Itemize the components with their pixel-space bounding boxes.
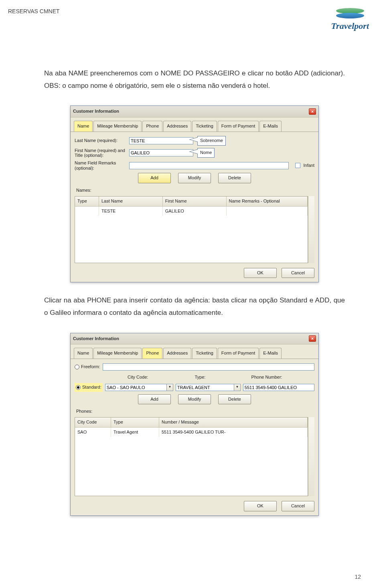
delete-button[interactable]: Delete xyxy=(218,394,251,405)
tab-emails[interactable]: E-Mails xyxy=(259,348,282,359)
remarks-input[interactable] xyxy=(129,162,289,169)
phones-grid[interactable]: City Code Type Number / Message SAO Trav… xyxy=(75,417,308,496)
tab-name[interactable]: Name xyxy=(74,121,93,132)
label-standard: Standard: xyxy=(82,385,101,389)
phonenum-input[interactable] xyxy=(243,384,314,391)
col-type: Type xyxy=(75,197,99,207)
ok-button[interactable]: OK xyxy=(244,268,277,278)
label-lastname: Last Name (required): xyxy=(75,137,127,145)
add-button[interactable]: Add xyxy=(138,394,171,405)
close-icon[interactable]: × xyxy=(309,108,316,115)
chevron-down-icon[interactable]: ▼ xyxy=(234,384,241,391)
ok-button[interactable]: OK xyxy=(244,501,277,511)
freeform-input[interactable] xyxy=(103,363,314,371)
travelport-logo: Travelport xyxy=(331,8,369,31)
col-first: First Name xyxy=(163,197,227,207)
infant-checkbox[interactable] xyxy=(295,163,300,168)
customer-info-window-name: Customer Information × Name Mileage Memb… xyxy=(70,105,319,282)
doc-header-title: RESERVAS CMNET xyxy=(8,8,60,14)
citycode-input[interactable] xyxy=(105,384,167,391)
delete-button[interactable]: Delete xyxy=(218,173,251,183)
radio-freeform[interactable]: Freeform: xyxy=(75,363,100,371)
tab-phone[interactable]: Phone xyxy=(142,348,162,359)
tabstrip: Name Mileage Membership Phone Addresses … xyxy=(71,345,318,359)
logo-icon xyxy=(336,8,364,19)
tab-fop[interactable]: Form of Payment xyxy=(218,121,259,132)
scrollbar[interactable] xyxy=(308,196,314,263)
customer-info-window-phone: Customer Information × Name Mileage Memb… xyxy=(70,333,319,516)
tab-fop[interactable]: Form of Payment xyxy=(218,348,259,359)
col-type: Type xyxy=(111,418,159,428)
firstname-input[interactable] xyxy=(129,149,193,156)
callout-nome: Nome xyxy=(197,148,215,158)
scrollbar[interactable] xyxy=(308,417,314,496)
paragraph-2: Clicar na aba PHONE para inserir contato… xyxy=(44,294,345,319)
window-title: Customer Information xyxy=(73,335,119,343)
label-phonenum: Phone Number: xyxy=(251,373,314,381)
tab-name[interactable]: Name xyxy=(74,348,93,359)
citycode-combo[interactable]: ▼ xyxy=(105,384,173,391)
cell-first: GALILEO xyxy=(163,207,227,216)
col-number: Number / Message xyxy=(159,418,308,428)
type-input[interactable] xyxy=(176,384,234,391)
col-last: Last Name xyxy=(99,197,163,207)
tab-addresses[interactable]: Addresses xyxy=(163,121,191,132)
label-firstname: First Name (required) and Title (optiona… xyxy=(75,148,127,158)
tab-mileage[interactable]: Mileage Membership xyxy=(93,121,142,132)
modify-button[interactable]: Modify xyxy=(178,394,211,405)
radio-standard[interactable]: Standard: xyxy=(75,383,103,392)
label-names: Names: xyxy=(76,187,314,195)
cell-remarks xyxy=(227,207,308,216)
logo-text: Travelport xyxy=(331,21,369,31)
tab-ticketing[interactable]: Ticketing xyxy=(192,348,217,359)
cancel-button[interactable]: Cancel xyxy=(282,501,314,511)
infant-check-wrap[interactable]: Infant xyxy=(295,162,314,170)
table-row[interactable]: SAO Travel Agent 5511 3549-5400 GALILEO … xyxy=(75,428,308,437)
label-remarks: Name Field Remarks (optional): xyxy=(75,160,127,170)
window-title: Customer Information xyxy=(73,107,119,116)
cell-type: Travel Agent xyxy=(111,428,159,437)
label-citycode: City Code: xyxy=(128,373,190,381)
tab-addresses[interactable]: Addresses xyxy=(163,348,191,359)
paragraph-1: Na aba NAME preencheremos com o NOME DO … xyxy=(44,67,345,92)
tabstrip: Name Mileage Membership Phone Addresses … xyxy=(71,118,318,132)
tab-emails[interactable]: E-Mails xyxy=(259,121,282,132)
cell-type xyxy=(75,207,99,216)
col-remarks: Name Remarks - Optional xyxy=(227,197,308,207)
type-combo[interactable]: ▼ xyxy=(176,384,241,391)
cancel-button[interactable]: Cancel xyxy=(282,268,314,278)
modify-button[interactable]: Modify xyxy=(178,173,211,183)
label-phones: Phones: xyxy=(76,408,314,416)
tab-mileage[interactable]: Mileage Membership xyxy=(93,348,142,359)
tab-phone[interactable]: Phone xyxy=(142,121,162,132)
cell-number: 5511 3549-5400 GALILEO TUR- xyxy=(159,428,308,437)
chevron-down-icon[interactable]: ▼ xyxy=(167,384,173,391)
cell-last: TESTE xyxy=(99,207,163,216)
table-row[interactable]: TESTE GALILEO xyxy=(75,207,308,216)
add-button[interactable]: Add xyxy=(138,173,171,183)
label-type: Type: xyxy=(195,373,247,381)
label-infant: Infant xyxy=(303,163,314,168)
label-freeform: Freeform: xyxy=(81,364,100,369)
lastname-input[interactable] xyxy=(129,137,193,144)
page-number: 12 xyxy=(355,574,361,580)
tab-ticketing[interactable]: Ticketing xyxy=(192,121,217,132)
close-icon[interactable]: × xyxy=(309,335,316,342)
callout-sobrenome: Sobrenome xyxy=(197,136,226,146)
cell-city: SAO xyxy=(75,428,111,437)
names-grid[interactable]: Type Last Name First Name Name Remarks -… xyxy=(75,196,308,263)
col-citycode: City Code xyxy=(75,418,111,428)
